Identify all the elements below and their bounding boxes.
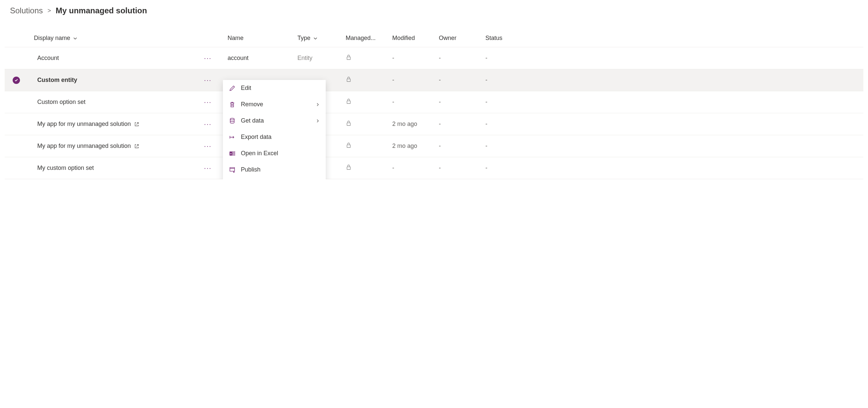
excel-icon: X	[229, 150, 236, 157]
menu-item-add-required-components[interactable]: Add required components	[223, 178, 326, 179]
table-row[interactable]: Custom entity ··· ---	[5, 69, 863, 91]
lock-icon	[346, 164, 352, 170]
svg-rect-9	[232, 151, 235, 152]
menu-item-label: Publish	[241, 166, 260, 173]
breadcrumb-current: My unmanaged solution	[56, 6, 147, 15]
status-cell: -	[482, 157, 863, 179]
display-name-text: My app for my unmanaged solution	[37, 143, 131, 150]
svg-rect-5	[347, 167, 350, 170]
menu-item-label: Open in Excel	[241, 150, 278, 157]
column-header-status[interactable]: Status	[482, 21, 863, 47]
menu-item-label: Get data	[241, 117, 264, 124]
display-name-text: My app for my unmanaged solution	[37, 121, 131, 127]
external-link-icon	[134, 122, 140, 127]
svg-rect-12	[230, 168, 235, 171]
svg-rect-1	[347, 79, 350, 82]
column-header-type[interactable]: Type	[294, 21, 342, 47]
type-cell: Entity	[294, 47, 342, 69]
status-cell: -	[482, 91, 863, 113]
breadcrumb-separator: >	[48, 7, 51, 14]
lock-icon	[346, 142, 352, 148]
menu-item-publish[interactable]: Publish	[223, 162, 326, 178]
owner-cell: -	[435, 157, 482, 179]
managed-cell	[342, 113, 389, 135]
table-row[interactable]: My custom option set ··· et---	[5, 157, 863, 179]
more-actions-button[interactable]: ···	[201, 75, 214, 85]
display-name-text: Custom option set	[37, 98, 86, 106]
managed-cell	[342, 47, 389, 69]
breadcrumb-link-solutions[interactable]: Solutions	[10, 6, 43, 15]
owner-cell: -	[435, 91, 482, 113]
owner-cell: -	[435, 135, 482, 157]
pencil-icon	[229, 85, 236, 92]
column-header-display-name[interactable]: Display name	[5, 21, 224, 47]
table-row[interactable]: Custom option set ··· et---	[5, 91, 863, 113]
menu-item-label: Export data	[241, 134, 272, 141]
selected-check-icon[interactable]	[13, 77, 20, 84]
menu-item-label: Remove	[241, 101, 263, 108]
modified-cell: -	[389, 47, 435, 69]
more-actions-button[interactable]: ···	[201, 141, 214, 151]
managed-cell	[342, 91, 389, 113]
table-row[interactable]: My app for my unmanaged solution ··· ive…	[5, 113, 863, 135]
menu-item-label: Edit	[241, 85, 251, 92]
column-header-managed[interactable]: Managed...	[342, 21, 389, 47]
menu-item-open-in-excel[interactable]: X Open in Excel	[223, 145, 326, 162]
display-name-text: Account	[37, 55, 59, 62]
svg-rect-3	[347, 123, 350, 125]
svg-rect-11	[232, 154, 235, 155]
modified-cell: -	[389, 157, 435, 179]
managed-cell	[342, 69, 389, 91]
svg-rect-10	[232, 153, 235, 154]
column-header-name[interactable]: Name	[224, 21, 294, 47]
svg-rect-4	[347, 145, 350, 148]
status-cell: -	[482, 113, 863, 135]
lock-icon	[346, 98, 352, 104]
trash-icon	[229, 101, 236, 108]
menu-item-export-data[interactable]: Export data	[223, 129, 326, 145]
more-actions-button[interactable]: ···	[201, 97, 214, 107]
lock-icon	[346, 76, 352, 82]
menu-item-remove[interactable]: Remove	[223, 96, 326, 113]
chevron-right-icon	[316, 103, 320, 107]
table-row[interactable]: Account ··· accountEntity---	[5, 47, 863, 69]
menu-item-edit[interactable]: Edit	[223, 80, 326, 96]
status-cell: -	[482, 135, 863, 157]
lock-icon	[346, 120, 352, 126]
database-icon	[229, 118, 236, 124]
name-cell: account	[224, 47, 294, 69]
svg-text:X: X	[230, 152, 232, 155]
chevron-down-icon	[73, 36, 78, 41]
owner-cell: -	[435, 69, 482, 91]
chevron-right-icon	[316, 119, 320, 123]
breadcrumb: Solutions > My unmanaged solution	[0, 0, 868, 21]
more-actions-button[interactable]: ···	[201, 163, 214, 173]
menu-item-get-data[interactable]: Get data	[223, 113, 326, 129]
status-cell: -	[482, 69, 863, 91]
modified-cell: -	[389, 91, 435, 113]
svg-rect-2	[347, 101, 350, 104]
owner-cell: -	[435, 113, 482, 135]
chevron-down-icon	[313, 36, 318, 41]
export-icon	[229, 134, 236, 141]
modified-cell: 2 mo ago	[389, 113, 435, 135]
managed-cell	[342, 157, 389, 179]
table-row[interactable]: My app for my unmanaged solution ··· ens…	[5, 135, 863, 157]
display-name-text: Custom entity	[37, 77, 77, 84]
svg-rect-0	[347, 57, 350, 60]
modified-cell: 2 mo ago	[389, 135, 435, 157]
context-menu: Edit Remove Get data Export data X Open …	[223, 80, 326, 179]
lock-icon	[346, 54, 352, 60]
modified-cell: -	[389, 69, 435, 91]
column-header-owner[interactable]: Owner	[435, 21, 482, 47]
external-link-icon	[134, 144, 140, 149]
status-cell: -	[482, 47, 863, 69]
column-header-modified[interactable]: Modified	[389, 21, 435, 47]
display-name-text: My custom option set	[37, 165, 94, 172]
publish-icon	[229, 167, 236, 173]
more-actions-button[interactable]: ···	[201, 53, 214, 63]
svg-point-6	[230, 118, 234, 120]
more-actions-button[interactable]: ···	[201, 119, 214, 129]
owner-cell: -	[435, 47, 482, 69]
managed-cell	[342, 135, 389, 157]
